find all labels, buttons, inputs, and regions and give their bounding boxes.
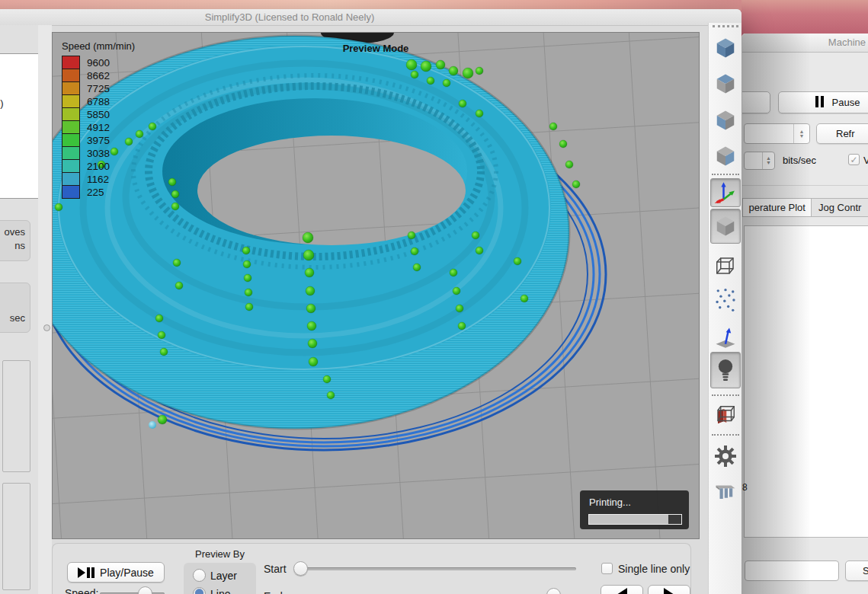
default-view-cube-icon[interactable] <box>710 34 741 62</box>
left-panel-box <box>2 360 30 472</box>
toolbar-separator <box>712 434 739 436</box>
side-view-cube-icon[interactable] <box>710 142 741 171</box>
stepper-arrows-icon[interactable]: ▲▼ <box>793 124 809 143</box>
machine-control-panel-window: Machine Pause ▲▼ Refr ▲▼ bits/sec ✓ Ve p… <box>741 34 868 594</box>
legend-value: 8662 <box>80 70 110 81</box>
end-slider-thumb[interactable] <box>546 588 561 594</box>
legend-entry: 3038 <box>62 146 135 160</box>
legend-color-swatch <box>62 185 80 199</box>
baud-rate-combo[interactable]: ▲▼ <box>744 152 775 170</box>
front-view-cube-icon[interactable] <box>710 106 741 135</box>
top-view-cube-icon[interactable] <box>710 69 741 98</box>
legend-value: 4912 <box>80 122 110 133</box>
play-pause-button[interactable]: Play/Pause <box>67 562 165 583</box>
retraction-marker <box>476 110 483 117</box>
legend-color-swatch <box>62 56 80 69</box>
points-display-icon[interactable] <box>710 283 741 317</box>
group-label-fragment: sec <box>10 312 25 324</box>
tab-jog-controls[interactable]: Jog Contr <box>812 198 868 217</box>
window-title: Simplify3D (Licensed to Ronald Neely) <box>0 9 741 25</box>
stepper-arrows-icon[interactable]: ▲▼ <box>762 152 774 169</box>
retraction-marker <box>55 203 62 211</box>
temperature-plot-area[interactable] <box>744 225 868 538</box>
printing-status-text: Printing... <box>589 497 631 508</box>
refresh-button-label: Refr <box>836 128 855 139</box>
toolbar-separator <box>712 174 739 175</box>
surface-normals-icon[interactable] <box>710 323 741 352</box>
speed-legend: Speed (mm/min) 9600866277256788585049123… <box>62 40 135 199</box>
retraction-marker <box>520 295 528 302</box>
retraction-marker <box>411 71 418 78</box>
preview-by-label: Preview By <box>184 548 256 560</box>
preview-mode-label: Preview Mode <box>53 43 699 54</box>
retraction-marker <box>168 178 176 186</box>
radio-line[interactable]: Line <box>193 587 230 594</box>
retraction-marker <box>559 140 567 148</box>
gcode-command-input[interactable] <box>745 560 839 581</box>
retraction-marker <box>173 259 181 267</box>
retraction-marker <box>158 415 167 424</box>
port-select-combo[interactable]: ▲▼ <box>744 123 810 144</box>
toolbar-separator <box>712 394 739 396</box>
splitter-handle[interactable] <box>43 324 50 331</box>
preview-3d-viewport[interactable]: Speed (mm/min) 9600866277256788585049123… <box>52 32 700 539</box>
legend-entry: 8662 <box>62 69 135 82</box>
support-structures-icon[interactable] <box>710 477 741 506</box>
retraction-marker <box>450 269 457 276</box>
send-command-button[interactable]: Se <box>845 560 868 581</box>
legend-color-swatch <box>62 94 80 108</box>
legend-entry: 4912 <box>62 120 135 134</box>
pause-print-button[interactable]: Pause <box>778 91 868 113</box>
step-back-button[interactable] <box>601 585 643 594</box>
retraction-marker <box>427 77 434 85</box>
lighting-bulb-icon[interactable] <box>710 352 741 388</box>
retraction-marker <box>306 286 315 295</box>
speed-slider-thumb[interactable] <box>138 586 152 594</box>
start-slider-track[interactable] <box>294 567 576 570</box>
process-listbox[interactable] <box>0 53 40 199</box>
legend-value: 7725 <box>80 83 110 94</box>
send-button-label: Se <box>863 565 868 576</box>
machine-tab-bar: perature Plot Jog Contr <box>742 198 868 217</box>
retraction-marker <box>572 180 580 188</box>
start-slider-thumb[interactable] <box>293 561 308 576</box>
legend-entry: 2100 <box>62 159 135 173</box>
retraction-marker <box>305 268 314 277</box>
toolbar-drag-handle[interactable] <box>713 25 738 27</box>
retraction-marker <box>458 322 466 330</box>
radio-line-dot[interactable] <box>193 587 206 594</box>
coordinate-axes-icon[interactable] <box>710 178 741 207</box>
legend-entry: 1162 <box>62 172 135 186</box>
retraction-marker <box>411 248 418 255</box>
legend-rows: 9600866277256788585049123975303821001162… <box>62 56 135 199</box>
retraction-marker <box>421 61 431 72</box>
retraction-marker <box>171 203 179 210</box>
retraction-marker <box>453 287 460 295</box>
retraction-marker <box>308 339 317 348</box>
settings-gear-icon[interactable] <box>710 442 741 471</box>
tab-temperature-plot[interactable]: perature Plot <box>742 198 812 217</box>
machine-partial-button[interactable] <box>741 91 770 113</box>
single-line-checkbox[interactable] <box>601 563 613 574</box>
gcode-preview-scene[interactable] <box>53 33 699 538</box>
machine-window-titlebar[interactable]: Machine <box>742 34 868 53</box>
desktop-wallpaper-right <box>741 0 868 35</box>
refresh-button[interactable]: Refr <box>816 123 868 144</box>
radio-layer-dot[interactable] <box>193 569 206 582</box>
playback-bar: Play/Pause Speed: Preview By Layer Line … <box>52 543 691 594</box>
verbose-checkbox[interactable]: ✓ <box>848 154 860 165</box>
cross-section-icon[interactable] <box>710 401 741 430</box>
step-forward-button[interactable] <box>648 585 690 594</box>
process-list-item-fragment: o) <box>0 97 4 109</box>
legend-color-swatch <box>62 107 80 121</box>
window-titlebar[interactable]: Simplify3D (Licensed to Ronald Neely) <box>0 9 741 26</box>
retraction-marker <box>160 348 168 356</box>
solid-render-cube-icon[interactable] <box>710 209 741 244</box>
retraction-marker <box>565 161 573 168</box>
retraction-marker <box>406 59 417 70</box>
printing-progress-fill <box>589 515 668 524</box>
travel-marker <box>149 421 156 429</box>
radio-layer[interactable]: Layer <box>193 569 237 582</box>
plot-axis-fragment: 8 <box>742 482 748 493</box>
wireframe-cube-icon[interactable] <box>710 251 741 280</box>
